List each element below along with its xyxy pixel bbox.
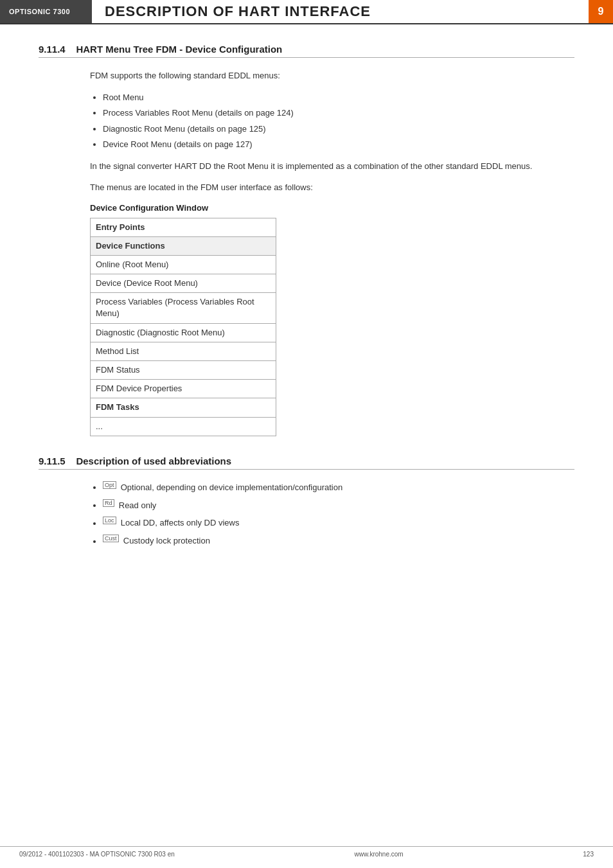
- table-row: Diagnostic (Diagnostic Root Menu): [91, 323, 276, 342]
- table-cell: Entry Points: [91, 218, 276, 236]
- table-row: FDM Tasks: [91, 398, 276, 417]
- content-area: 9.11.4 HART Menu Tree FDM - Device Confi…: [0, 24, 613, 576]
- footer-left: 09/2012 - 4001102303 - MA OPTISONIC 7300…: [19, 851, 175, 858]
- table-row: FDM Status: [91, 361, 276, 380]
- abbrev-item-2: Loc Local DD, affects only DD views: [103, 517, 574, 529]
- header-title: DESCRIPTION OF HART INTERFACE: [90, 0, 589, 23]
- abbrev-item-1: Rd Read only: [103, 499, 574, 512]
- header-brand: OPTISONIC 7300: [0, 0, 90, 23]
- table-cell: Diagnostic (Diagnostic Root Menu): [91, 323, 276, 342]
- bullet-item: Device Root Menu (details on page 127): [103, 138, 574, 151]
- section-9-11-5-number: 9.11.5: [39, 456, 66, 466]
- section-9-11-4-heading: 9.11.4 HART Menu Tree FDM - Device Confi…: [39, 44, 574, 58]
- abbrev-text-1: Read only: [119, 500, 157, 510]
- table-row: Process Variables (Process Variables Roo…: [91, 293, 276, 323]
- bullet-item: Diagnostic Root Menu (details on page 12…: [103, 123, 574, 136]
- section-9-11-4-para2: The menus are located in the FDM user in…: [90, 181, 574, 194]
- table-cell: Device Functions: [91, 236, 276, 255]
- section-9-11-4-number: 9.11.4: [39, 44, 66, 55]
- table-cell: Process Variables (Process Variables Roo…: [91, 293, 276, 323]
- table-cell: FDM Status: [91, 361, 276, 380]
- section-9-11-4-para1: In the signal converter HART DD the Root…: [90, 160, 574, 173]
- page-wrapper: OPTISONIC 7300 DESCRIPTION OF HART INTER…: [0, 0, 613, 868]
- abbrev-sup-2: Loc: [103, 517, 116, 524]
- table-cell: Device (Device Root Menu): [91, 274, 276, 293]
- table-cell: Online (Root Menu): [91, 255, 276, 274]
- table-cell: Method List: [91, 342, 276, 360]
- section-9-11-4: 9.11.4 HART Menu Tree FDM - Device Confi…: [39, 44, 574, 436]
- section-9-11-4-title: HART Menu Tree FDM - Device Configuratio…: [76, 44, 282, 55]
- page-footer: 09/2012 - 4001102303 - MA OPTISONIC 7300…: [0, 846, 613, 858]
- table-cell: FDM Tasks: [91, 398, 276, 417]
- table-row: FDM Device Properties: [91, 380, 276, 398]
- table-row: Entry Points: [91, 218, 276, 236]
- abbrev-sup-3: Cust: [103, 535, 119, 542]
- abbrev-text-2: Local DD, affects only DD views: [121, 518, 240, 528]
- table-row: Online (Root Menu): [91, 255, 276, 274]
- footer-right: 123: [583, 851, 594, 858]
- table-row: ...: [91, 417, 276, 436]
- section-9-11-5-title: Description of used abbreviations: [76, 456, 231, 466]
- bullet-item: Root Menu: [103, 91, 574, 104]
- section-9-11-5-heading: 9.11.5 Description of used abbreviations: [39, 456, 574, 470]
- header-bar: OPTISONIC 7300 DESCRIPTION OF HART INTER…: [0, 0, 613, 24]
- bullet-item: Process Variables Root Menu (details on …: [103, 107, 574, 120]
- abbrev-text-3: Custody lock protection: [123, 536, 210, 546]
- abbrev-sup-1: Rd: [103, 499, 114, 507]
- footer-center: www.krohne.com: [355, 851, 404, 858]
- section-9-11-4-intro: FDM supports the following standard EDDL…: [90, 69, 574, 82]
- header-page-number: 9: [589, 0, 613, 23]
- abbrev-sup-0: Opt: [103, 481, 116, 489]
- table-row: Device (Device Root Menu): [91, 274, 276, 293]
- table-row: Device Functions: [91, 236, 276, 255]
- abbrev-item-0: Opt Optional, depending on device implem…: [103, 481, 574, 494]
- abbrev-list: Opt Optional, depending on device implem…: [103, 481, 574, 547]
- section-9-11-5: 9.11.5 Description of used abbreviations…: [39, 456, 574, 547]
- section-9-11-4-bullets: Root Menu Process Variables Root Menu (d…: [103, 91, 574, 151]
- table-cell: ...: [91, 417, 276, 436]
- table-row: Method List: [91, 342, 276, 360]
- abbrev-item-3: Cust Custody lock protection: [103, 535, 574, 547]
- table-section-label: Device Configuration Window: [90, 203, 574, 213]
- abbrev-text-0: Optional, depending on device implementa…: [121, 483, 342, 492]
- table-cell: FDM Device Properties: [91, 380, 276, 398]
- device-config-table: Entry Points Device Functions Online (Ro…: [90, 218, 276, 436]
